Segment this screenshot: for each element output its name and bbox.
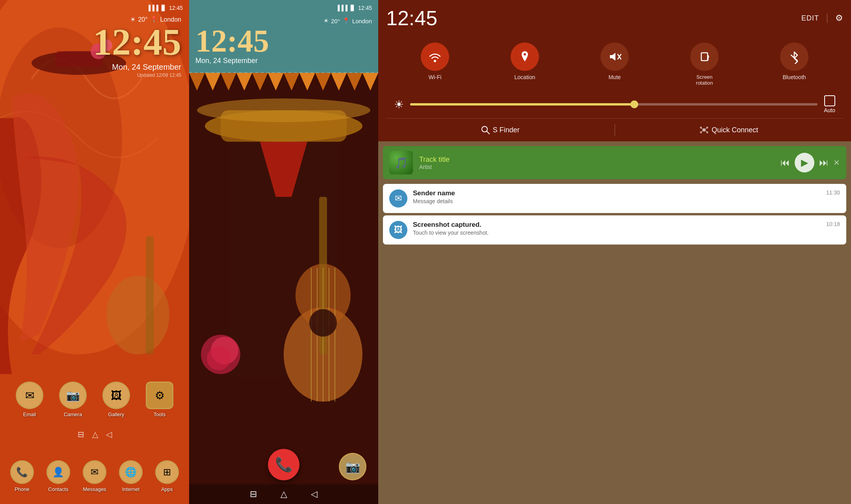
apps-label: Apps (161, 486, 173, 492)
brightness-fill (410, 103, 634, 106)
bottom-dock: 📞 Phone 👤 Contacts ✉ Messages 🌐 Internet… (0, 460, 189, 492)
edit-button[interactable]: EDIT (801, 14, 819, 22)
svg-point-40 (207, 346, 230, 370)
auto-brightness[interactable]: Auto (824, 95, 835, 113)
finder-row-divider (615, 124, 615, 136)
track-artist: Artist (419, 164, 774, 170)
svg-point-26 (197, 98, 370, 122)
close-music-button[interactable]: ✕ (833, 158, 840, 167)
screenshot-notification[interactable]: 🖼 Screenshot captured. Touch to view you… (383, 215, 846, 245)
mute-icon (608, 50, 622, 64)
album-art: 🎵 (389, 151, 413, 174)
contacts-label: Contacts (48, 486, 68, 492)
svg-rect-27 (229, 142, 339, 378)
signal-icon: ▐▐▐ (147, 5, 158, 11)
back-icon[interactable]: ◁ (106, 430, 112, 439)
fab-phone-button[interactable]: 📞 (268, 449, 299, 480)
phone-dock-icon[interactable]: 📞 Phone (10, 460, 34, 492)
svg-marker-21 (331, 73, 347, 91)
next-track-button[interactable]: ⏭ (819, 157, 829, 168)
home-icon-2[interactable]: △ (281, 489, 287, 499)
status-time-2: 12:45 (358, 5, 372, 11)
location-toggle[interactable]: Location (511, 43, 539, 86)
track-title: Track title (419, 156, 774, 164)
camera-app-icon[interactable]: 📷 Camera (59, 382, 87, 417)
svg-point-24 (205, 110, 362, 142)
svg-line-53 (702, 128, 703, 130)
svg-rect-31 (319, 197, 327, 354)
mute-toggle-circle (600, 43, 629, 71)
gallery-app-icon[interactable]: 🖼 Gallery (102, 382, 130, 417)
internet-dock-icon[interactable]: 🌐 Internet (119, 460, 143, 492)
message-notif-content: Sender name Message details (413, 189, 821, 204)
multitask-icon-2[interactable]: ⊟ (250, 489, 257, 499)
status-bar: ▐▐▐ ▊ 12:45 (0, 0, 189, 16)
apps-circle: ⊞ (155, 460, 179, 484)
music-controls: ⏮ ▶ ⏭ ✕ (780, 153, 840, 172)
prev-track-button[interactable]: ⏮ (780, 157, 790, 168)
screenshot-title: Screenshot captured. (413, 221, 821, 229)
play-button[interactable]: ▶ (795, 153, 814, 172)
svg-marker-17 (268, 73, 284, 91)
phone-circle: 📞 (10, 460, 34, 484)
sfinder-label: S Finder (493, 126, 520, 134)
message-notification[interactable]: ✉ Sender name Message details 11:30 (383, 184, 846, 213)
contacts-circle: 👤 (46, 460, 70, 484)
brightness-icon: ☀ (394, 98, 404, 111)
tools-icon-circle: ⚙ (146, 382, 173, 409)
mute-toggle[interactable]: Mute (600, 43, 629, 86)
svg-point-38 (201, 335, 240, 374)
location-pin-2: 📍 (342, 17, 350, 24)
music-player-notification[interactable]: 🎵 Track title Artist ⏮ ▶ ⏭ ✕ (383, 146, 846, 179)
email-icon-circle: ✉ (16, 382, 43, 409)
svg-marker-13 (205, 73, 221, 91)
camera-icon-circle: 📷 (59, 382, 87, 409)
svg-rect-11 (189, 73, 378, 504)
tools-app-icon[interactable]: ⚙ Tools (146, 382, 173, 417)
svg-marker-15 (236, 73, 252, 91)
message-detail: Message details (413, 198, 821, 204)
brightness-row: ☀ Auto (386, 92, 843, 118)
phone-call-icon: 📞 (275, 456, 293, 473)
top-info-area: ☀ 20° 📍 London 12:45 Mon, 24 September (189, 16, 378, 67)
contacts-dock-icon[interactable]: 👤 Contacts (46, 460, 70, 492)
messages-circle: ✉ (83, 460, 106, 484)
camera-label: Camera (64, 411, 82, 417)
sender-name: Sender name (413, 189, 821, 197)
back-icon-2[interactable]: ◁ (311, 489, 318, 499)
bluetooth-label: Bluetooth (782, 74, 806, 80)
sfinder-button[interactable]: S Finder (394, 126, 607, 134)
bluetooth-toggle[interactable]: Bluetooth (780, 43, 808, 86)
fab-camera-button[interactable]: 📷 (339, 453, 366, 480)
date-display: Mon, 24 September (0, 63, 181, 72)
svg-marker-16 (252, 73, 268, 91)
quickconnect-button[interactable]: Quick Connect (623, 126, 836, 134)
screenshot-message: Touch to view your screenshot. (413, 230, 821, 236)
home-icon[interactable]: △ (92, 430, 98, 439)
messages-dock-icon[interactable]: ✉ Messages (83, 460, 106, 492)
big-clock-2: 12:45 (195, 25, 372, 57)
screenshot-time: 10:18 (826, 221, 840, 227)
tools-label: Tools (154, 411, 165, 417)
quick-toggles: Wi-Fi Location (386, 36, 843, 92)
svg-point-7 (106, 276, 169, 354)
battery-icon: ▊ (162, 5, 166, 11)
svg-point-29 (284, 307, 362, 402)
bluetooth-toggle-circle (780, 43, 808, 71)
settings-gear-icon[interactable]: ⚙ (835, 13, 843, 23)
email-app-icon[interactable]: ✉ Email (16, 382, 43, 417)
rotation-toggle[interactable]: Screen rotation (690, 43, 719, 86)
gallery-label: Gallery (108, 411, 124, 417)
quickconnect-icon (700, 126, 708, 134)
apps-dock-icon[interactable]: ⊞ Apps (155, 460, 179, 492)
svg-rect-44 (701, 53, 708, 61)
phone-label: Phone (15, 486, 30, 492)
wifi-toggle[interactable]: Wi-Fi (421, 43, 449, 86)
multitask-icon[interactable]: ⊟ (78, 430, 84, 439)
svg-line-56 (706, 131, 707, 132)
brightness-slider[interactable] (410, 103, 818, 106)
battery-icon-2: ▊ (351, 5, 355, 11)
screenshot-notif-content: Screenshot captured. Touch to view your … (413, 221, 821, 236)
svg-marker-28 (260, 142, 307, 197)
svg-rect-25 (221, 110, 347, 142)
